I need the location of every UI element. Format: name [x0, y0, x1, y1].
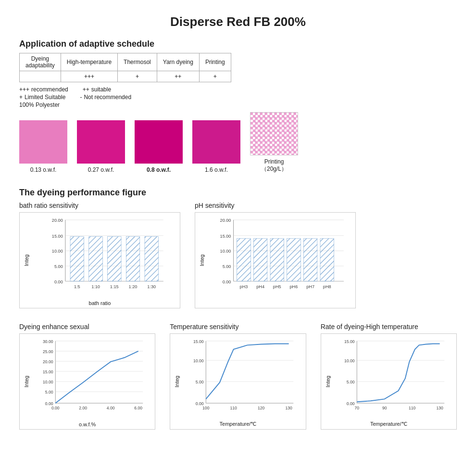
svg-text:20.00: 20.00 [52, 218, 63, 223]
svg-text:25.00: 25.00 [43, 349, 53, 354]
svg-text:130: 130 [436, 406, 443, 410]
legend-label-2: suitable [91, 86, 111, 93]
legend-limited: + Limited Suitable [19, 94, 65, 101]
svg-text:110: 110 [409, 406, 416, 410]
svg-text:0.00: 0.00 [45, 401, 53, 406]
swatch-3: 0.8 o.w.f. [135, 120, 183, 173]
col-high-temp: High-temperature [61, 53, 117, 71]
temp-sensitivity-svg: 15.00 10.00 5.00 0.00 100 110 [189, 339, 301, 415]
svg-text:pH7: pH7 [306, 284, 314, 289]
svg-text:15.00: 15.00 [220, 234, 231, 239]
svg-rect-60 [270, 239, 284, 281]
svg-text:4.00: 4.00 [107, 406, 115, 410]
bath-ratio-svg: 20.00 15.00 10.00 5.00 0.00 [39, 217, 175, 293]
svg-text:pH5: pH5 [273, 284, 281, 289]
col-dyeing: Dyeingadaptability [20, 53, 61, 71]
svg-text:5.00: 5.00 [196, 380, 204, 384]
adaptive-schedule-title: Application of adaptive schedule [19, 39, 457, 49]
val-printing: + [199, 71, 231, 82]
svg-text:6.00: 6.00 [134, 406, 142, 410]
svg-text:5.00: 5.00 [223, 264, 231, 269]
legend-symbol-2: ++ [83, 86, 89, 93]
temperature-sensitivity-chart: Temperature sensitivity Integ Temperatur… [170, 323, 306, 430]
val-thermosol: + [118, 71, 157, 82]
swatches-row: 0.13 o.w.f. 0.27 o.w.f. 0.8 o.w.f. 1.6 o… [19, 112, 457, 173]
swatch-4: 1.6 o.w.f. [192, 120, 240, 173]
swatch-box-3 [135, 120, 183, 164]
bath-ratio-chart: bath ratio sensitivity Integ bath ratio … [19, 202, 180, 308]
swatch-box-2 [77, 120, 125, 164]
svg-rect-3 [251, 113, 298, 155]
rate-dyeing-y-label: Integ [325, 376, 331, 387]
legend-symbol-4: - [80, 94, 82, 101]
charts-row-1: bath ratio sensitivity Integ bath ratio … [19, 202, 356, 308]
svg-rect-35 [70, 237, 84, 281]
polyester-label: 100% Polyester [19, 102, 457, 108]
temp-sensitivity-y-label: Integ [175, 376, 180, 387]
bath-ratio-title: bath ratio sensitivity [19, 202, 180, 209]
svg-text:15.00: 15.00 [193, 339, 204, 344]
dyeing-enhance-title: Dyeing enhance sexual [19, 323, 155, 331]
dyeing-enhance-chart: Dyeing enhance sexual Integ o.w.f.% 30.0… [19, 323, 155, 430]
svg-rect-62 [303, 239, 317, 281]
svg-text:0.00: 0.00 [223, 280, 231, 284]
svg-text:130: 130 [286, 406, 293, 410]
svg-text:5.00: 5.00 [54, 264, 63, 269]
legend-label-4: Not recommended [84, 94, 131, 101]
svg-text:1:15: 1:15 [110, 284, 119, 289]
svg-text:10.00: 10.00 [43, 380, 53, 384]
ph-sensitivity-area: Integ 20.00 15.00 10.00 5.00 0.00 [195, 212, 356, 308]
ph-sensitivity-chart: pH sensitivity Integ 20.00 15.00 10.00 [195, 202, 356, 308]
swatch-2: 0.27 o.w.f. [77, 120, 125, 173]
svg-text:5.00: 5.00 [346, 380, 354, 384]
dyeing-enhance-y-label: Integ [24, 376, 29, 387]
rate-dyeing-x-label: Temperature/℃ [370, 421, 407, 427]
svg-text:pH3: pH3 [240, 284, 248, 289]
val-yarn: ++ [157, 71, 199, 82]
adaptive-table: Dyeingadaptability High-temperature Ther… [19, 53, 231, 82]
val-high-temp: +++ [61, 71, 117, 82]
legend-row-2: + Limited Suitable - Not recommended [19, 94, 457, 101]
col-printing: Printing [199, 53, 231, 71]
swatch-1: 0.13 o.w.f. [19, 120, 67, 173]
svg-text:1:5: 1:5 [74, 284, 80, 289]
ph-sensitivity-title: pH sensitivity [195, 202, 356, 209]
rate-dyeing-title: Rate of dyeing-High temperature [321, 323, 457, 331]
svg-text:10.00: 10.00 [193, 358, 204, 363]
svg-rect-36 [89, 237, 103, 281]
svg-rect-59 [253, 239, 267, 281]
swatch-5: Printing（20g/L） [250, 112, 298, 173]
dyeing-enhance-area: Integ o.w.f.% 30.00 25.00 20.00 15.00 10… [19, 333, 155, 430]
svg-text:1:30: 1:30 [147, 284, 156, 289]
swatch-label-4: 1.6 o.w.f. [205, 166, 228, 173]
svg-text:2.00: 2.00 [79, 406, 87, 410]
svg-text:20.00: 20.00 [220, 218, 231, 223]
bath-ratio-x-label: bath ratio [89, 300, 111, 306]
legend-symbol-1: +++ [19, 86, 29, 93]
svg-text:0.00: 0.00 [196, 401, 204, 406]
svg-text:110: 110 [230, 406, 238, 410]
svg-text:90: 90 [382, 406, 387, 410]
charts-row-2: Dyeing enhance sexual Integ o.w.f.% 30.0… [19, 323, 457, 430]
svg-text:1:10: 1:10 [91, 284, 100, 289]
svg-text:10.00: 10.00 [220, 249, 231, 254]
col-yarn: Yarn dyeing [157, 53, 199, 71]
svg-text:0.00: 0.00 [54, 280, 63, 284]
svg-text:10.00: 10.00 [344, 358, 355, 363]
svg-text:30.00: 30.00 [43, 339, 53, 344]
svg-rect-63 [320, 239, 334, 281]
temp-sensitivity-x-label: Temperature/℃ [220, 421, 257, 427]
svg-text:100: 100 [202, 406, 210, 410]
legend-suitable: ++ suitable [83, 86, 111, 93]
rate-dyeing-svg: 15.00 10.00 5.00 0.00 [340, 339, 451, 415]
svg-text:0.00: 0.00 [346, 401, 354, 406]
svg-text:5.00: 5.00 [45, 390, 53, 395]
svg-rect-39 [145, 237, 159, 281]
svg-rect-61 [287, 239, 301, 281]
dyeing-enhance-svg: 30.00 25.00 20.00 15.00 10.00 5.00 0.00 … [39, 339, 150, 415]
swatch-box-1 [19, 120, 67, 164]
svg-text:20.00: 20.00 [43, 359, 53, 364]
ph-y-label: Integ [199, 255, 205, 266]
dyeing-enhance-x-label: o.w.f.% [79, 421, 96, 427]
svg-text:15.00: 15.00 [43, 369, 53, 374]
